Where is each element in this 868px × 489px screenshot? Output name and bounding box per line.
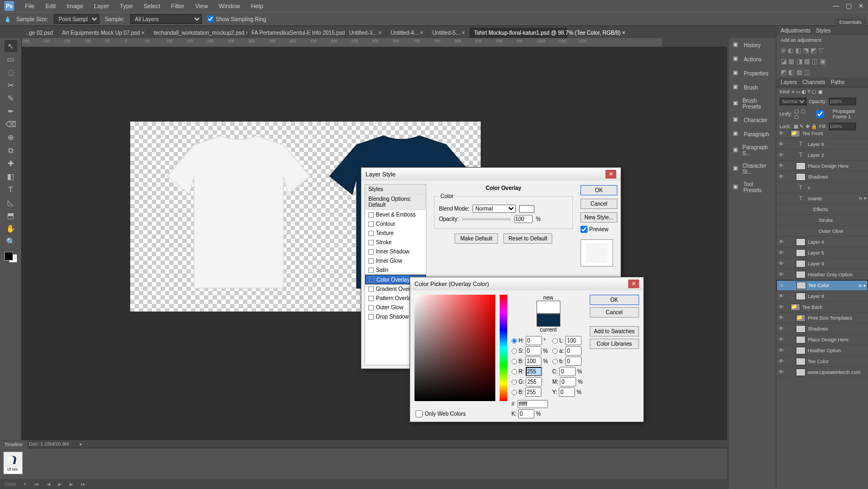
document-tab[interactable]: Tshirt Mockup-floral-katun1.psd @ 98.7% … [470,28,567,38]
timeline-loop[interactable]: Once [4,481,16,487]
tool-5[interactable]: ✒ [4,105,17,117]
style-satin[interactable]: Satin [365,265,426,275]
only-web-colors[interactable]: Only Web Colors [416,410,465,417]
panel-characterst[interactable]: ▣Character St... [729,160,776,178]
tool-3[interactable]: ✂ [4,79,17,91]
styles-header[interactable]: Styles [365,185,426,194]
opacity-input[interactable] [829,98,856,105]
bv-input[interactable] [525,357,541,366]
layer-row[interactable]: 👁www.UpstateMerch.com [776,367,868,378]
tab-paths[interactable]: Paths [831,79,845,85]
tool-9[interactable]: ✚ [4,157,17,169]
tool-12[interactable]: ◺ [4,196,17,208]
blending-options[interactable]: Blending Options: Default [365,194,426,210]
layer-row[interactable]: Effects [776,204,868,215]
tab-layers[interactable]: Layers [781,79,797,85]
timeline-next[interactable]: ▶ [69,481,73,487]
menu-image[interactable]: Image [61,3,89,9]
show-sampling-ring[interactable]: Show Sampling Ring [207,16,266,22]
menu-layer[interactable]: Layer [88,3,114,9]
layer-row[interactable]: 👁📁Print Size Templates [776,313,868,323]
layer-row[interactable]: Tc [776,182,868,193]
layer-row[interactable]: 👁Place Design Here [776,161,868,172]
tool-7[interactable]: ⊕ [4,131,17,143]
layer-list[interactable]: 👁📁Tee Front👁TLayer 6👁TLayer 2👁Place Desi… [776,128,868,489]
tool-13[interactable]: ⬒ [4,209,17,221]
tab-styles[interactable]: Styles [816,28,831,34]
blend-mode-select[interactable]: Normal [780,98,807,105]
r-radio[interactable] [512,369,517,374]
tool-15[interactable]: 🔍 [4,236,17,247]
reset-default-button[interactable]: Reset to Default [503,233,552,244]
tool-11[interactable]: T [4,183,17,195]
layer-row[interactable]: 👁Heather Option [776,345,868,356]
tool-2[interactable]: ◌ [4,66,17,78]
color-picker-title-bar[interactable]: Color Picker (Overlay Color) ✕ [410,277,643,290]
cp-ok-button[interactable]: OK [590,295,639,305]
panel-brushpresets[interactable]: ▣Brush Presets [729,94,776,113]
layer-row[interactable]: 👁TLayer 2 [776,150,868,161]
r-input[interactable] [526,367,542,376]
cp-cancel-button[interactable]: Cancel [590,307,639,317]
tool-14[interactable]: ✋ [4,223,17,234]
l-input[interactable] [565,336,582,345]
b-input[interactable] [565,357,582,366]
layer-row[interactable]: 👁📁Tee Front [776,128,868,139]
panel-history[interactable]: ▣History [729,38,776,52]
ls-ok-button[interactable]: OK [580,185,617,195]
document-tab[interactable]: Untitled-4... × [386,28,428,38]
a-input[interactable] [565,346,582,355]
timeline-frame-1[interactable]: 10 sec. [3,452,23,474]
b2-input[interactable] [525,388,541,397]
document-tab[interactable]: Art Equipments Mock Up 07.psd × [58,28,149,38]
sample-select[interactable]: All Layers [130,14,202,24]
tool-6[interactable]: ⌫ [4,118,17,130]
cp-color-libraries-button[interactable]: Color Libraries [590,339,639,349]
workspace-essentials[interactable]: Essentials [835,18,866,26]
layer-row[interactable]: Outer Glow [776,226,868,237]
document-tab[interactable]: techandall_workstation_mockup2.psd × [150,28,247,38]
ls-cancel-button[interactable]: Cancel [580,199,617,209]
layer-row[interactable]: 👁Place Design Here [776,334,868,345]
tool-8[interactable]: ⧉ [4,144,17,156]
a-radio[interactable] [552,348,558,354]
panel-character[interactable]: ▣Character [729,113,776,127]
tool-0[interactable]: ↖ [4,40,17,52]
layer-style-close[interactable]: ✕ [605,170,616,179]
panel-paragraphs[interactable]: ▣Paragraph S... [729,141,776,160]
layer-row[interactable]: 👁TLayer 6 [776,139,868,150]
timeline-tab[interactable]: Timeline [0,441,27,448]
hex-input[interactable] [518,400,548,408]
menu-filter[interactable]: Filter [165,3,189,9]
layer-row[interactable]: 👁Tee Color [776,356,868,367]
color-picker-close[interactable]: ✕ [628,280,639,288]
document-tab[interactable]: FA PertamedikaSentul-E Info 2015.psd × [247,28,345,38]
overlay-blend-select[interactable]: Normal [473,205,516,213]
menu-edit[interactable]: Edit [40,3,61,9]
hue-slider[interactable] [500,295,507,401]
b2-radio[interactable] [512,390,517,395]
layer-row[interactable]: 👁Shadows [776,323,868,334]
adjustment-icons-2[interactable]: ◪ ▦ ◨ ▩ ◫ ▣ [776,56,868,67]
layer-row[interactable]: Tsvantefx ▾ [776,193,868,204]
cp-add-swatches-button[interactable]: Add to Swatches [590,326,639,336]
c-input[interactable] [559,367,576,376]
style-innershadow[interactable]: Inner Shadow [365,247,426,256]
g-input[interactable] [526,377,542,386]
h-radio[interactable] [512,338,517,344]
y-input[interactable] [559,388,575,397]
menu-help[interactable]: Help [245,3,269,9]
make-default-button[interactable]: Make Default [455,233,498,244]
panel-toolpresets[interactable]: ▣Tool Presets [729,178,776,196]
adjustment-icons-1[interactable]: ※ ◐ ◧ ⬔ ◩ ▽ [776,45,868,56]
layer-row[interactable]: 👁Layer 9 [776,258,868,269]
panel-paragraph[interactable]: ▣Paragraph [729,127,776,141]
layer-row[interactable]: 👁Tee Colorfx ▾ [776,280,868,291]
tab-channels[interactable]: Channels [802,79,825,85]
document-tab[interactable]: Untitled-5... × [428,28,470,38]
s-radio[interactable] [512,348,517,354]
menu-select[interactable]: Select [138,3,166,9]
layer-row[interactable]: 👁Layer 5 [776,247,868,258]
style-innerglow[interactable]: Inner Glow [365,256,426,265]
overlay-color-swatch[interactable] [519,205,534,213]
